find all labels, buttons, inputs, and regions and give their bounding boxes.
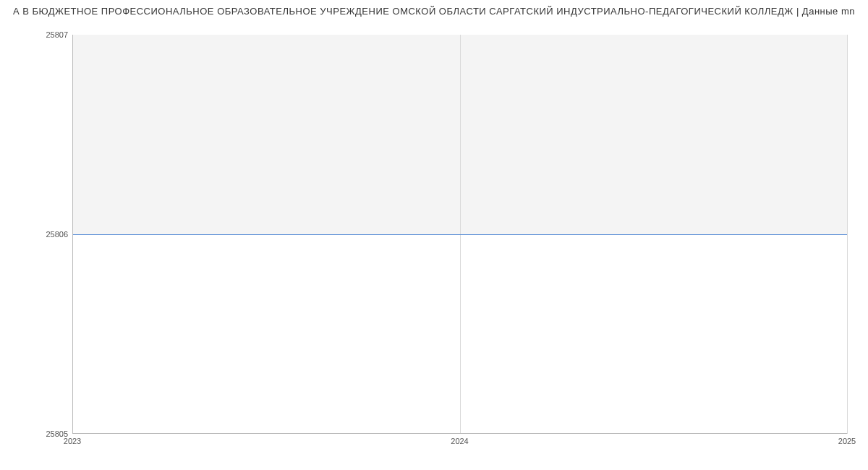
plot-area [72, 35, 847, 434]
y-tick-label: 25807 [25, 30, 68, 39]
y-tick-label: 25806 [25, 230, 68, 239]
x-tick-label: 2024 [451, 437, 468, 445]
x-gridline [847, 35, 848, 434]
x-axis [72, 433, 847, 434]
chart-plot [72, 35, 847, 434]
x-tick-label: 2023 [64, 437, 81, 445]
series-line [72, 234, 847, 235]
y-tick-label: 25805 [25, 430, 68, 438]
y-axis [72, 35, 73, 434]
x-tick-label: 2025 [838, 437, 856, 445]
chart-title: А В БЮДЖЕТНОЕ ПРОФЕССИОНАЛЬНОЕ ОБРАЗОВАТ… [0, 6, 868, 17]
